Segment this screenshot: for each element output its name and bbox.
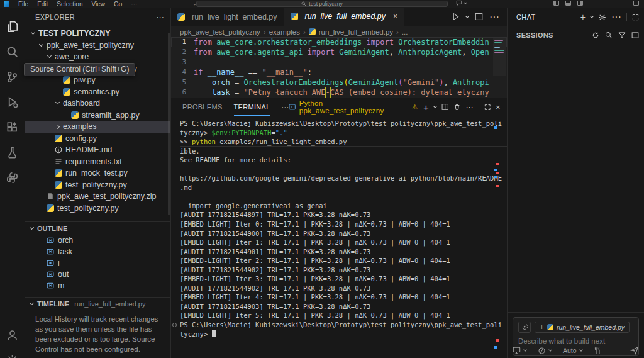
outline-item-orch[interactable]: orch — [25, 235, 170, 246]
command-center-search[interactable]: test polityczny — [196, 1, 448, 7]
tree-folder-test-polityczny[interactable]: TEST POLITYCZNY — [25, 28, 170, 40]
activity-extensions[interactable] — [0, 116, 25, 138]
code-line-3[interactable]: 3 — [171, 57, 507, 67]
maximize-chat-icon[interactable] — [632, 14, 639, 21]
activity-accounts[interactable] — [0, 324, 25, 345]
model-picker[interactable]: Auto — [563, 347, 577, 354]
terminal-text: "." — [275, 129, 287, 137]
chevron-down-icon[interactable] — [579, 348, 583, 352]
panel-more-icon[interactable]: ··· — [282, 103, 289, 111]
breadcrumb-symbol[interactable]: ... — [402, 28, 408, 36]
context-file-chip[interactable]: + run_live_full_embed.py — [535, 322, 630, 333]
tree-folder-examples[interactable]: examples — [25, 121, 170, 133]
copilot-menu[interactable] — [456, 0, 467, 6]
breadcrumb-file[interactable]: run_live_full_embed.py — [319, 28, 393, 36]
timeline-title[interactable]: TIMELINE — [37, 300, 69, 308]
chat-dropdown-icon[interactable] — [590, 14, 594, 18]
breadcrumb-folder[interactable]: ppk_awe_test_polityczny — [180, 28, 260, 36]
toggle-secondary-sidebar-icon[interactable] — [577, 1, 583, 6]
toggle-panel-icon[interactable] — [565, 1, 571, 6]
tab-run-live-light-embed[interactable]: run_live_light_embed.py — [171, 8, 284, 26]
new-terminal-icon[interactable]: + — [423, 102, 429, 113]
mode-icon[interactable] — [538, 347, 546, 355]
code-line-1[interactable]: 1from awe_core.orchestrator_embeddings i… — [171, 37, 507, 47]
code-line-4[interactable]: 4if __name__ == "__main__": — [171, 67, 507, 77]
toggle-sidebar-icon[interactable] — [553, 1, 559, 6]
tab-terminal[interactable]: TERMINAL — [234, 98, 270, 116]
menu-file[interactable]: File — [14, 1, 33, 8]
terminal-process[interactable]: Python - ppk_awe_test_polityczny ⚠ — [289, 99, 418, 115]
minimap[interactable] — [493, 38, 506, 76]
terminal-more-icon[interactable]: ··· — [466, 103, 474, 111]
terminal-output[interactable]: PS C:\Users\Maciej Kubiszewski\Desktop\P… — [171, 116, 507, 358]
search-icon[interactable] — [605, 31, 613, 39]
activity-run-and-debug[interactable] — [0, 91, 25, 113]
send-icon[interactable] — [630, 346, 639, 355]
outline-item-out[interactable]: out — [25, 269, 170, 280]
close-icon[interactable]: × — [393, 12, 397, 21]
code-token: import — [308, 47, 335, 57]
chevron-down-icon[interactable] — [523, 348, 527, 352]
run-icon[interactable] — [452, 13, 460, 21]
terminal-dropdown-icon[interactable] — [433, 104, 437, 108]
chat-input-placeholder[interactable]: Describe what to build next — [518, 337, 633, 345]
command-decoration-icon[interactable] — [172, 323, 177, 327]
tree-file-test-polityczny-py[interactable]: test_polityczny.py — [25, 179, 170, 191]
panel-layout-icon[interactable] — [631, 31, 639, 39]
activity-search[interactable] — [0, 41, 25, 62]
tree-file-run-mock-test-py[interactable]: run_mock_test.py — [25, 167, 170, 179]
code-line-5[interactable]: 5 orch = OrchestratorEmbeddings(GeminiAg… — [171, 77, 507, 87]
tree-file-ppk-awe-test-polityczny-zip[interactable]: ppk_awe_test_polityczny.zip — [25, 191, 170, 203]
tools-icon[interactable] — [594, 347, 602, 355]
activity-python[interactable] — [0, 167, 25, 188]
new-chat-icon[interactable]: + — [580, 12, 586, 22]
chevron-down-icon[interactable] — [548, 348, 552, 352]
activity-testing[interactable] — [0, 142, 25, 163]
menu-edit[interactable]: Edit — [33, 1, 52, 8]
filter-icon[interactable] — [618, 31, 626, 39]
split-editor-icon[interactable] — [475, 13, 483, 21]
split-terminal-icon[interactable] — [441, 103, 448, 111]
menu-overflow[interactable]: ··· — [126, 1, 142, 8]
code-line-6[interactable]: 6 task = "Pełny łańcuch AWE-CAS (embed c… — [171, 87, 507, 98]
menu-go[interactable]: Go — [109, 1, 126, 8]
tree-file-readme-md[interactable]: README.md — [25, 144, 170, 156]
code-line-2[interactable]: 2from awe_core.agents_api import GeminiA… — [171, 47, 507, 57]
explorer-more-icon[interactable]: ··· — [157, 13, 164, 21]
tree-folder-ppk-awe-test-polityczny[interactable]: ppk_awe_test_polityczny — [25, 40, 170, 52]
gear-icon[interactable] — [598, 13, 606, 21]
editor-more-icon[interactable]: ··· — [489, 11, 499, 23]
terminal-line: [AUDIT 1771821544902] TRL=17.1 PKK=3.28 … — [180, 284, 507, 293]
customize-layout-icon[interactable] — [633, 1, 639, 6]
run-dropdown-icon[interactable] — [465, 14, 469, 18]
refresh-icon[interactable] — [592, 31, 599, 39]
menu-selection[interactable]: Selection — [52, 1, 87, 8]
attach-button[interactable] — [518, 322, 531, 333]
tree-file-streamlit-app-py[interactable]: streamlit_app.py — [25, 109, 170, 121]
activity-settings[interactable] — [0, 349, 25, 358]
outline-item-i[interactable]: i — [25, 257, 170, 269]
tab-run-live-full-embed[interactable]: run_live_full_embed.py × — [284, 8, 405, 26]
tree-file-test-polityczny-py[interactable]: test_polityczny.py — [25, 203, 170, 215]
trash-icon[interactable] — [453, 103, 460, 111]
tree-folder-awe-core[interactable]: awe_core — [25, 51, 170, 63]
maximize-panel-icon[interactable] — [484, 104, 491, 111]
code-editor[interactable]: 1from awe_core.orchestrator_embeddings i… — [171, 37, 507, 98]
activity-source-control[interactable] — [0, 66, 25, 87]
tree-file-semantics-py[interactable]: semantics.py — [25, 86, 170, 98]
outline-item-m[interactable]: m — [25, 280, 170, 291]
outline-title[interactable]: OUTLINE — [37, 225, 67, 232]
tree-folder-dashboard[interactable]: dashboard — [25, 98, 170, 109]
close-panel-icon[interactable]: × — [496, 103, 501, 112]
outline-item-task[interactable]: task — [25, 246, 170, 257]
monitor-icon[interactable] — [513, 347, 521, 354]
breadcrumb-folder[interactable]: examples — [269, 28, 300, 36]
tab-chat[interactable]: CHAT — [516, 8, 536, 26]
tree-file-requirements-txt[interactable]: requirements.txt — [25, 156, 170, 168]
tab-problems[interactable]: PROBLEMS — [182, 98, 223, 116]
activity-explorer[interactable] — [0, 16, 25, 37]
tree-file-config-py[interactable]: config.py — [25, 133, 170, 145]
menu-view[interactable]: View — [87, 1, 110, 8]
chat-more-icon[interactable]: ··· — [611, 11, 621, 23]
sidebar-scrollbar[interactable] — [168, 33, 170, 215]
